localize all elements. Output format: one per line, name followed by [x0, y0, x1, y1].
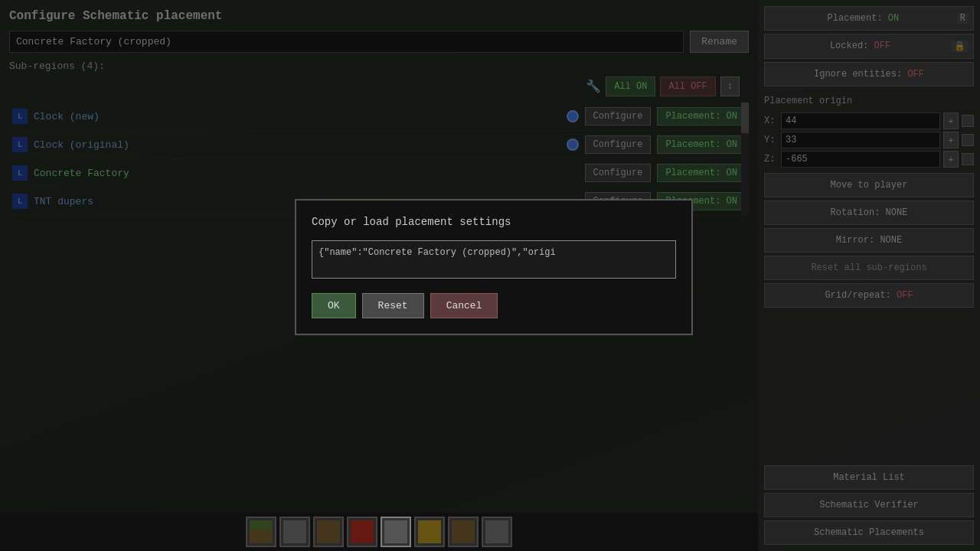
modal-dialog: Copy or load placement settings {"name":…: [295, 199, 693, 335]
modal-reset-button[interactable]: Reset: [362, 293, 424, 318]
modal-buttons: OK Reset Cancel: [312, 293, 676, 318]
modal-title: Copy or load placement settings: [312, 216, 676, 228]
modal-overlay: Copy or load placement settings {"name":…: [0, 0, 980, 551]
modal-ok-button[interactable]: OK: [312, 293, 356, 318]
modal-cancel-button[interactable]: Cancel: [430, 293, 498, 318]
modal-textarea[interactable]: {"name":"Concrete Factory (cropped)","or…: [312, 240, 676, 279]
